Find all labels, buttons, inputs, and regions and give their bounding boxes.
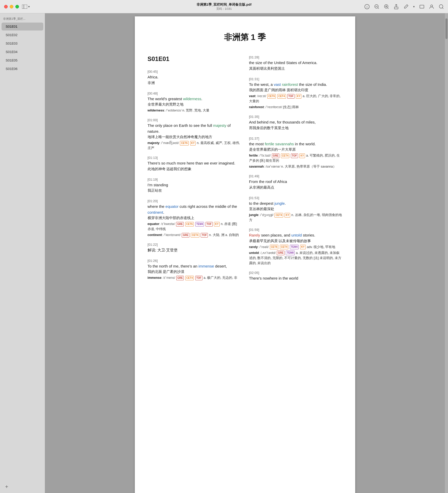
translation: 全世界最大的荒野之地 [148,102,241,107]
timestamp: [01:59] [249,228,342,232]
translation: 其面积堪比美利坚国土 [249,66,342,71]
entry-0159: [01:59] Rarely seen places, and untold s… [249,228,342,266]
toolbar-icons: i ▾ [364,4,444,9]
close-button[interactable] [4,5,8,8]
sidebar: 非洲第1季_双栏... S01E01 S01E02 S01E03 S01E04 … [0,13,45,493]
vocab-wilderness: wilderness: /ˈwɪldənɪs/ n. 荒野, 荒地, 大量 [148,108,241,113]
vocab-savannah: savannah: /səˈvænə/ n. 大草原, 热带草原（等于 sava… [249,164,342,169]
sidebar-item-s01e03[interactable]: S01E03 [2,39,43,47]
document-title: 非洲第1季_双栏时间_单词备注版.pdf [197,2,252,7]
timestamp: [01:20] [148,199,241,203]
vocab-immense: immense: /ɪˈmens/ GRE CET4 TOF a. 极广大的, … [148,275,241,280]
vocab-untold: untold: /ˌʌnˈtəʊld/ GRE TEM8 a. 未说过的, 未透… [249,250,342,266]
highlight-untold: untold [291,233,302,237]
sidebar-toggle[interactable]: ▾ [22,5,30,9]
highlight-rarely: Rarely [249,233,260,237]
highlight-equator: equator [166,204,179,209]
content-area: 非洲第 1 季 S01E01 [00:45] Africa. 非洲 [00:48… [45,13,448,493]
left-column: S01E01 [00:45] Africa. 非洲 [00:48] The wo… [148,55,241,287]
entry-0149: [01:49] From the roof of Africa 从非洲的最高点 [249,174,342,191]
highlight-savannahs: savannahs [275,142,294,146]
sentence: The world's greatest wilderness. [148,96,241,102]
svg-text:i: i [367,5,368,9]
tag-cet6: CET6 [267,94,276,99]
sidebar-add-area: ＋ [0,480,45,493]
timestamp: [01:53] [249,196,342,200]
tag-tof: TOF [291,153,298,158]
vocab-equator: equator: /ɪˈkweɪtə/ GRE CET6 TEM4 TOF KY… [148,221,241,232]
tag-gre: GRE [176,276,184,280]
share-icon[interactable] [394,4,399,9]
timestamp: [01:26] [148,259,241,263]
svg-line-16 [442,8,443,9]
tag-tof: TOF [201,233,208,238]
sentence: There's so much more here than we ever i… [148,160,241,166]
title-bar: ▾ 非洲第1季_双栏时间_单词备注版.pdf 页码：1/191 i ▾ [0,0,448,13]
tag-cet4: CET4 [185,276,194,280]
tag-cet6: CET6 [185,222,194,227]
pen-icon[interactable] [403,4,409,9]
page-info: 页码：1/191 [197,7,252,11]
timestamp: [02:05] [249,271,342,275]
maximize-button[interactable] [15,5,19,8]
zoom-out-icon[interactable] [374,4,379,9]
zoom-in-icon[interactable] [384,4,389,9]
timestamp: [01:19] [148,178,241,181]
vocab-jungle: jungle: /ˈdʒʌŋɡl/ CET4 KY n. 丛林, 杂乱的一堆, … [249,212,342,223]
tag-cet6: CET6 [270,245,279,249]
highlight-continent: continent [148,210,163,214]
timestamp: [01:13] [148,156,241,160]
tag-gre: GRE [277,251,284,255]
tag-tem4: TEM4 [195,222,204,227]
entry-0135: [01:35] And behind me, for thousands of … [249,115,342,131]
sentence: the most fertile savannahs in the world. [249,141,342,147]
profile-icon[interactable] [429,4,434,9]
translation: 是全世界最肥沃的一片大草原 [249,147,342,152]
two-column-layout: S01E01 [00:45] Africa. 非洲 [00:48] The wo… [148,55,342,287]
title-center: 非洲第1季_双栏时间_单词备注版.pdf 页码：1/191 [197,2,252,11]
timestamp: [00:45] [148,70,241,74]
tag-ky: KY [300,245,306,249]
page-title: 非洲第 1 季 [148,32,342,43]
entry-0122: [01:22] 解说: 大卫·艾登堡 [148,243,241,254]
sentence: Africa. [148,74,241,80]
entry-0137: [01:37] the most fertile savannahs in th… [249,137,342,169]
sentence: the size of the United States of America… [249,60,342,66]
sidebar-icon [22,5,27,9]
entry-0119: [01:19] I'm standing 我正站在 [148,178,241,194]
fullscreen-icon[interactable] [419,4,424,9]
entry-0048: [00:48] The world's greatest wilderness.… [148,91,241,113]
chevron-down-icon: ▾ [28,5,30,8]
highlight-wilderness: wilderness [183,97,201,101]
sentence: And behind me, for thousands of miles, [249,119,342,125]
info-icon[interactable]: i [364,4,370,9]
sidebar-item-s01e01[interactable]: S01E01 [2,23,43,30]
sidebar-item-s01e02[interactable]: S01E02 [2,31,43,39]
sidebar-item-s01e05[interactable]: S01E05 [2,56,43,64]
sentence: I'm standing [148,182,241,188]
vocab-rainforest: rainforest: /ˈreɪnfɒrɪst/ [生态] 雨林 [249,105,342,110]
sidebar-item-s01e06[interactable]: S01E06 [2,65,43,73]
tag-ky: KY [214,222,220,227]
translation: 而我身后的数千英里土地 [249,126,342,130]
chevron-down-small-icon[interactable]: ▾ [413,5,415,8]
translation: 从非洲的最高点 [249,185,342,190]
sidebar-item-s01e04[interactable]: S01E04 [2,48,43,56]
search-icon[interactable] [439,4,444,9]
timestamp: [01:22] [148,243,241,246]
scrollbar[interactable] [445,13,448,493]
timestamp: [01:49] [249,174,342,178]
tag-tem8: TEM8 [286,251,295,255]
svg-point-15 [439,5,443,8]
scrollbar-thumb[interactable] [445,18,447,39]
highlight-fertile: fertile [265,142,274,146]
add-episode-button[interactable]: ＋ [3,483,10,490]
translation: 我正站在 [148,188,241,193]
vocab-continent: continent: /ˈkɒntɪnənt/ GRE CET4 TOF n. … [148,232,241,238]
minimize-button[interactable] [10,5,13,8]
traffic-lights [4,5,19,8]
sentence: To the west, a vast rainforest the size … [249,82,342,88]
tag-cet4: CET4 [277,94,286,99]
pdf-page: 非洲第 1 季 S01E01 [00:45] Africa. 非洲 [00:48… [135,16,355,493]
svg-point-14 [431,5,433,7]
